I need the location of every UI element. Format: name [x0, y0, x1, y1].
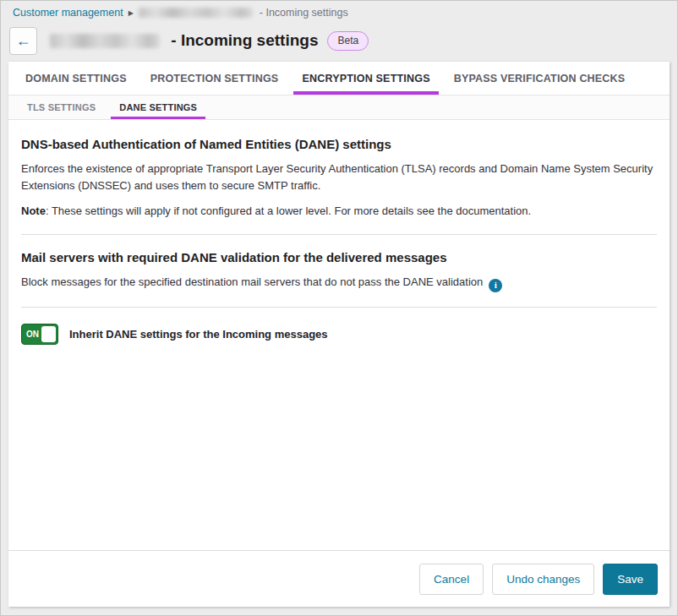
- inherit-dane-toggle[interactable]: ON: [21, 324, 58, 345]
- note-label: Note: [21, 204, 46, 217]
- mail-servers-description: Block messages for the specified destina…: [21, 274, 653, 292]
- breadcrumb-separator-icon: ▶: [128, 9, 134, 17]
- dane-section-description: Enforces the existence of appropriate Tr…: [21, 161, 653, 194]
- tab-bypass-verification-checks[interactable]: BYPASS VERIFICATION CHECKS: [442, 62, 637, 95]
- info-icon[interactable]: i: [489, 279, 502, 292]
- page-header: ← - Incoming settings Beta: [9, 25, 677, 57]
- undo-changes-button[interactable]: Undo changes: [492, 564, 594, 595]
- tab-domain-settings[interactable]: DOMAIN SETTINGS: [14, 62, 139, 95]
- page-title: - Incoming settings: [167, 31, 318, 50]
- breadcrumb-current: - Incoming settings: [260, 7, 348, 19]
- subtab-dane-settings[interactable]: DANE SETTINGS: [107, 95, 209, 119]
- inherit-dane-toggle-row: ON Inherit DANE settings for the Incomin…: [21, 324, 657, 345]
- breadcrumb-redacted-name: [139, 8, 253, 18]
- breadcrumb: Customer management ▶ - Incoming setting…: [1, 1, 677, 19]
- tab-protection-settings[interactable]: PROTECTION SETTINGS: [139, 62, 291, 95]
- mail-servers-heading: Mail servers with required DANE validati…: [21, 250, 657, 264]
- mail-servers-description-text: Block messages for the specified destina…: [21, 275, 483, 288]
- back-arrow-icon: ←: [16, 32, 31, 49]
- back-button[interactable]: ←: [9, 27, 37, 55]
- title-redacted-name: [50, 34, 160, 48]
- beta-badge: Beta: [327, 31, 369, 51]
- toggle-on-label: ON: [26, 330, 39, 339]
- settings-card: DOMAIN SETTINGS PROTECTION SETTINGS ENCR…: [8, 62, 670, 607]
- save-button[interactable]: Save: [603, 564, 658, 595]
- footer-action-bar: Cancel Undo changes Save: [8, 550, 670, 607]
- dane-section-note: Note: These settings will apply if not c…: [21, 203, 653, 220]
- cancel-button[interactable]: Cancel: [419, 564, 484, 595]
- main-tab-bar: DOMAIN SETTINGS PROTECTION SETTINGS ENCR…: [8, 62, 670, 95]
- inherit-dane-toggle-label: Inherit DANE settings for the Incoming m…: [69, 328, 328, 341]
- page: Customer management ▶ - Incoming setting…: [0, 0, 678, 616]
- breadcrumb-link-customer-management[interactable]: Customer management: [13, 7, 123, 19]
- tab-encryption-settings[interactable]: ENCRYPTION SETTINGS: [290, 62, 441, 95]
- toggle-knob: [41, 326, 56, 342]
- dane-section-heading: DNS-based Authentication of Named Entiti…: [21, 137, 657, 151]
- sub-tab-bar: TLS SETTINGS DANE SETTINGS: [8, 95, 670, 120]
- section-divider: [21, 234, 657, 235]
- dane-settings-content: DNS-based Authentication of Named Entiti…: [8, 120, 670, 345]
- section-divider-2: [21, 307, 657, 308]
- subtab-tls-settings[interactable]: TLS SETTINGS: [15, 95, 107, 119]
- note-text: : These settings will apply if not confi…: [46, 204, 531, 217]
